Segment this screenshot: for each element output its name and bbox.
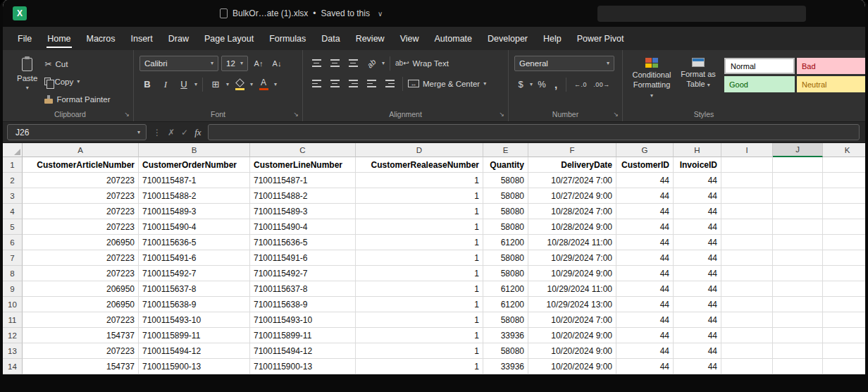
column-header-G[interactable]: G bbox=[616, 143, 674, 157]
cell-G14[interactable]: 44 bbox=[616, 359, 674, 374]
cell-H3[interactable]: 44 bbox=[674, 188, 721, 204]
cell-G3[interactable]: 44 bbox=[616, 188, 674, 204]
tab-help[interactable]: Help bbox=[535, 29, 569, 50]
cell-G1[interactable]: CustomerID bbox=[616, 157, 674, 173]
row-header-1[interactable]: 1 bbox=[3, 157, 23, 173]
cell-I9[interactable] bbox=[721, 281, 773, 297]
cell-A1[interactable]: CustomerArticleNumber bbox=[23, 157, 139, 173]
cell-C11[interactable]: 7100115493-10 bbox=[250, 312, 356, 328]
cell-F6[interactable]: 10/28/2024 11:00 bbox=[528, 235, 616, 250]
cell-J11[interactable] bbox=[773, 312, 823, 328]
cell-B2[interactable]: 7100115487-1 bbox=[139, 173, 250, 188]
cell-F9[interactable]: 10/29/2024 11:00 bbox=[528, 281, 616, 297]
cell-D3[interactable]: 1 bbox=[356, 188, 483, 204]
cell-A9[interactable]: 206950 bbox=[23, 281, 139, 297]
cell-H10[interactable]: 44 bbox=[674, 297, 721, 312]
cell-B8[interactable]: 7100115492-7 bbox=[139, 266, 250, 281]
increase-font-size-button[interactable]: A↑ bbox=[251, 56, 266, 71]
cell-I7[interactable] bbox=[721, 250, 773, 266]
underline-button[interactable]: U bbox=[176, 77, 192, 92]
cell-G6[interactable]: 44 bbox=[616, 235, 674, 250]
cell-D6[interactable]: 1 bbox=[356, 235, 483, 250]
decrease-font-size-button[interactable]: A↓ bbox=[269, 56, 285, 71]
cell-F12[interactable]: 10/20/2024 9:00 bbox=[528, 328, 616, 343]
cell-F7[interactable]: 10/29/2024 7:00 bbox=[528, 250, 616, 266]
cell-A8[interactable]: 207223 bbox=[23, 266, 139, 281]
cell-A5[interactable]: 207223 bbox=[23, 219, 139, 235]
row-header-9[interactable]: 9 bbox=[3, 281, 23, 297]
cell-B3[interactable]: 7100115488-2 bbox=[139, 188, 250, 204]
format-painter-button[interactable]: Format Painter bbox=[44, 92, 110, 106]
column-header-B[interactable]: B bbox=[139, 143, 250, 157]
row-header-14[interactable]: 14 bbox=[3, 359, 23, 374]
cell-G9[interactable]: 44 bbox=[616, 281, 674, 297]
cell-E10[interactable]: 61200 bbox=[483, 297, 528, 312]
row-header-12[interactable]: 12 bbox=[3, 328, 23, 343]
cell-I14[interactable] bbox=[721, 359, 773, 374]
cell-F10[interactable]: 10/29/2024 13:00 bbox=[528, 297, 616, 312]
cell-J3[interactable] bbox=[773, 188, 823, 204]
row-header-3[interactable]: 3 bbox=[3, 188, 23, 204]
cell-B13[interactable]: 7100115494-12 bbox=[139, 343, 250, 359]
column-header-K[interactable]: K bbox=[823, 143, 865, 157]
cell-H13[interactable]: 44 bbox=[674, 343, 721, 359]
cell-A3[interactable]: 207223 bbox=[23, 188, 139, 204]
cell-A6[interactable]: 206950 bbox=[23, 235, 139, 250]
excel-logo-icon[interactable]: X bbox=[13, 6, 27, 20]
column-header-C[interactable]: C bbox=[250, 143, 356, 157]
cell-H11[interactable]: 44 bbox=[674, 312, 721, 328]
cell-E9[interactable]: 61200 bbox=[483, 281, 528, 297]
cell-D7[interactable]: 1 bbox=[356, 250, 483, 266]
cell-I4[interactable] bbox=[721, 204, 773, 219]
increase-indent-button[interactable] bbox=[382, 76, 397, 91]
cell-I12[interactable] bbox=[721, 328, 773, 343]
cell-F1[interactable]: DeliveryDate bbox=[528, 157, 616, 173]
cell-B5[interactable]: 7100115490-4 bbox=[139, 219, 250, 235]
row-header-6[interactable]: 6 bbox=[3, 235, 23, 250]
cell-style-bad[interactable]: Bad bbox=[797, 58, 867, 74]
cell-H5[interactable]: 44 bbox=[674, 219, 721, 235]
cell-C9[interactable]: 7100115637-8 bbox=[250, 281, 356, 297]
cell-I8[interactable] bbox=[721, 266, 773, 281]
cell-J13[interactable] bbox=[773, 343, 823, 359]
cell-D11[interactable]: 1 bbox=[356, 312, 483, 328]
cell-B4[interactable]: 7100115489-3 bbox=[139, 204, 250, 219]
cell-K1[interactable] bbox=[823, 157, 865, 173]
cell-style-good[interactable]: Good bbox=[724, 76, 795, 92]
cell-F3[interactable]: 10/27/2024 9:00 bbox=[528, 188, 616, 204]
cell-D12[interactable]: 1 bbox=[356, 328, 483, 343]
search-box[interactable] bbox=[597, 6, 806, 22]
tab-power-pivot[interactable]: Power Pivot bbox=[569, 29, 632, 50]
chevron-down-icon[interactable]: ▾ bbox=[226, 82, 229, 87]
row-header-4[interactable]: 4 bbox=[3, 204, 23, 219]
cell-J8[interactable] bbox=[773, 266, 823, 281]
row-header-13[interactable]: 13 bbox=[3, 343, 23, 359]
align-left-button[interactable] bbox=[309, 76, 324, 91]
cell-I2[interactable] bbox=[721, 173, 773, 188]
cell-D8[interactable]: 1 bbox=[356, 266, 483, 281]
column-header-A[interactable]: A bbox=[23, 143, 139, 157]
formula-input[interactable] bbox=[208, 124, 860, 140]
align-middle-button[interactable] bbox=[327, 56, 342, 71]
cell-A14[interactable]: 154737 bbox=[23, 359, 139, 374]
chevron-down-icon[interactable]: ▾ bbox=[382, 61, 385, 66]
cell-H1[interactable]: InvoiceID bbox=[674, 157, 721, 173]
cell-D14[interactable]: 1 bbox=[356, 359, 483, 374]
cell-H12[interactable]: 44 bbox=[674, 328, 721, 343]
accounting-format-button[interactable]: $ bbox=[514, 77, 527, 92]
column-header-E[interactable]: E bbox=[483, 143, 528, 157]
cell-K12[interactable] bbox=[823, 328, 865, 343]
align-bottom-button[interactable] bbox=[345, 56, 361, 71]
cell-K9[interactable] bbox=[823, 281, 865, 297]
cell-H8[interactable]: 44 bbox=[674, 266, 721, 281]
cell-G5[interactable]: 44 bbox=[616, 219, 674, 235]
cell-C7[interactable]: 7100115491-6 bbox=[250, 250, 356, 266]
fill-color-button[interactable] bbox=[232, 77, 247, 92]
tab-page-layout[interactable]: Page Layout bbox=[197, 29, 261, 50]
cell-J1[interactable] bbox=[773, 157, 823, 173]
align-center-button[interactable] bbox=[327, 76, 342, 91]
cell-J9[interactable] bbox=[773, 281, 823, 297]
cell-F2[interactable]: 10/27/2024 7:00 bbox=[528, 173, 616, 188]
row-header-8[interactable]: 8 bbox=[3, 266, 23, 281]
cell-D4[interactable]: 1 bbox=[356, 204, 483, 219]
